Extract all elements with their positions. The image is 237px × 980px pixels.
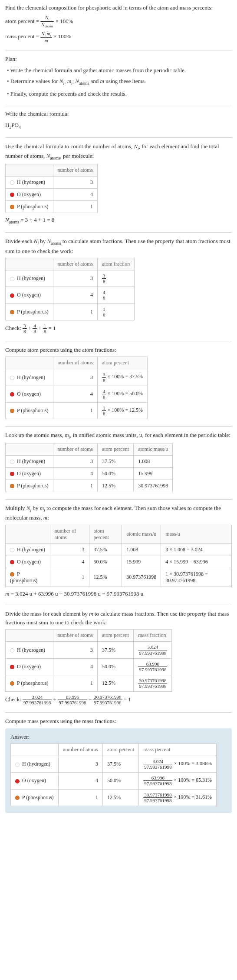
phosphorus-dot-icon	[10, 484, 14, 488]
cell-value: 4	[50, 556, 89, 568]
cell-value: 30.973761998	[134, 480, 173, 492]
table-row: O (oxygen)4	[6, 189, 98, 201]
cell-value: 48 × 100% = 50.0%	[97, 386, 147, 402]
plan-bullet-2: • Determine values for Ni, mi, Natoms an…	[7, 77, 232, 87]
cell-value: 48	[97, 287, 134, 303]
col-header: mass percent	[139, 744, 217, 756]
answer-label: Answer:	[10, 733, 227, 741]
cell-value: 3	[53, 369, 97, 386]
oxygen-dot-icon	[10, 665, 14, 669]
element-label: H (hydrogen)	[17, 647, 45, 653]
atom-fraction-check: Check: 38 + 48 + 18 = 1	[5, 323, 232, 334]
element-label: O (oxygen)	[17, 391, 41, 397]
element-label: O (oxygen)	[17, 292, 41, 298]
natoms-sum: Natoms = 3 + 4 + 1 = 8	[5, 216, 232, 225]
mass-fractions-text: Divide the mass for each element by m to…	[5, 610, 232, 627]
cell-value: 1	[53, 303, 97, 320]
cell-value: 50.0%	[97, 468, 133, 480]
hydrogen-dot-icon	[10, 376, 14, 380]
element-label: P (phosphorus)	[17, 309, 49, 315]
cell-value: 4	[53, 468, 97, 480]
cell-value: 63.99697.993761998	[134, 658, 172, 675]
phosphorus-dot-icon	[10, 205, 14, 209]
multiply-mass-text: Multiply Ni by mi to compute the mass fo…	[5, 504, 232, 522]
cell-value: 37.5%	[102, 756, 138, 773]
phosphorus-dot-icon	[10, 572, 14, 577]
col-header: atom fraction	[97, 258, 134, 270]
times-100: × 100%	[56, 17, 73, 24]
intro-text: Find the elemental composition for phosp…	[5, 3, 232, 12]
cell-value: 18 × 100% = 12.5%	[97, 402, 147, 419]
formula-heading: Write the chemical formula:	[5, 110, 232, 118]
cell-value: 1	[53, 675, 97, 691]
table-row: O (oxygen)450.0%15.9994 × 15.999 = 63.99…	[6, 556, 232, 568]
table-row: H (hydrogen)337.5%3.02497.993761998 × 10…	[11, 756, 217, 773]
col-header: number of atoms	[50, 525, 89, 543]
cell-value: 1	[53, 402, 97, 419]
table-row: P (phosphorus)1	[6, 201, 98, 213]
chemical-formula: H3PO4	[5, 121, 232, 130]
plan-title: Plan:	[5, 55, 232, 63]
col-header: number of atoms	[53, 258, 97, 270]
mass-percent-formula: mass percent = Ni mim × 100%	[5, 31, 232, 43]
element-label: O (oxygen)	[17, 559, 41, 565]
element-label: P (phosphorus)	[17, 483, 49, 489]
plan-section: Plan: • Write the chemical formula and g…	[5, 50, 232, 105]
element-label: H (hydrogen)	[17, 547, 45, 553]
table-row: H (hydrogen)3	[6, 177, 98, 189]
element-label: P (phosphorus)	[17, 203, 49, 210]
col-header: atom percent	[89, 525, 122, 543]
atom-count: 1	[53, 201, 97, 213]
phosphorus-dot-icon	[10, 681, 14, 686]
cell-value: 1	[50, 568, 89, 587]
intro-section: Find the elemental composition for phosp…	[5, 3, 232, 50]
table-row: P (phosphorus)112.5%30.973761998	[6, 480, 173, 492]
cell-value: 3	[53, 270, 97, 287]
table-row: H (hydrogen)337.5%1.008	[6, 456, 173, 468]
answer-box: Answer: number of atomsatom percentmass …	[5, 728, 232, 813]
element-label: H (hydrogen)	[17, 458, 45, 464]
cell-value: 1	[58, 789, 102, 806]
cell-value: 12.5%	[97, 480, 133, 492]
table-row: P (phosphorus)118 × 100% = 12.5%	[6, 402, 148, 419]
cell-value: 1	[53, 480, 97, 492]
plan-bullet-1: • Write the chemical formula and gather …	[7, 66, 232, 75]
cell-value: 1 × 30.973761998 = 30.973761998	[161, 568, 232, 587]
cell-value: 1.008	[122, 543, 161, 556]
table-row: H (hydrogen)338	[6, 270, 135, 287]
element-label: H (hydrogen)	[17, 179, 45, 185]
cell-value: 63.99697.993761998 × 100% = 65.31%	[139, 773, 217, 789]
cell-value: 4 × 15.999 = 63.996	[161, 556, 232, 568]
table-row: H (hydrogen)337.5%1.0083 × 1.008 = 3.024	[6, 543, 232, 556]
cell-value: 4	[53, 658, 97, 675]
hydrogen-dot-icon	[10, 460, 14, 464]
cell-value: 3	[53, 456, 97, 468]
table-row: O (oxygen)450.0%63.99697.993761998 × 100…	[11, 773, 217, 789]
times-100-2: × 100%	[53, 33, 71, 40]
col-header: atom percent	[97, 630, 133, 642]
hydrogen-dot-icon	[10, 548, 14, 552]
element-label: H (hydrogen)	[22, 761, 50, 767]
atom-count: 4	[53, 189, 97, 201]
element-label: O (oxygen)	[17, 663, 41, 670]
col-number-atoms: number of atoms	[53, 164, 97, 177]
atom-percents-section: Compute atom percents using the atom fra…	[5, 341, 232, 426]
table-row: O (oxygen)448	[6, 287, 135, 303]
phosphorus-dot-icon	[10, 310, 14, 314]
hydrogen-dot-icon	[10, 277, 14, 281]
atom-percent-frac: NiNatoms	[40, 15, 54, 29]
col-header: number of atoms	[53, 357, 97, 369]
cell-value: 12.5%	[97, 675, 133, 691]
element-label: P (phosphorus)	[10, 571, 37, 583]
table-row: H (hydrogen)338 × 100% = 37.5%	[6, 369, 148, 386]
cell-value: 4	[53, 386, 97, 402]
count-atoms-text: Use the chemical formula to count the nu…	[5, 142, 232, 161]
cell-value: 4	[53, 287, 97, 303]
col-header: mass/u	[161, 525, 232, 543]
oxygen-dot-icon	[10, 560, 14, 564]
cell-value: 30.97376199897.993761998 × 100% = 31.61%	[139, 789, 217, 806]
atom-fractions-text: Divide each Ni by Natoms to calculate at…	[5, 237, 232, 255]
table-row: O (oxygen)450.0%15.999	[6, 468, 173, 480]
cell-value: 3.02497.993761998	[134, 642, 172, 658]
molecular-mass-sum: m = 3.024 u + 63.996 u + 30.973761998 u …	[5, 590, 232, 598]
